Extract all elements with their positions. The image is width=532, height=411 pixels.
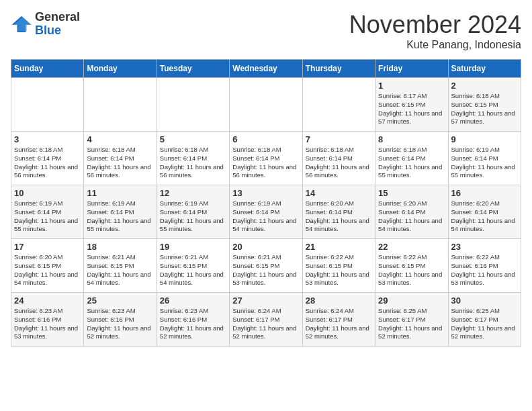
day-info: Sunrise: 6:18 AM Sunset: 6:14 PM Dayligh… (306, 146, 372, 180)
week-row-1: 3Sunrise: 6:18 AM Sunset: 6:14 PM Daylig… (11, 132, 521, 185)
day-number: 15 (378, 188, 445, 198)
calendar-cell: 14Sunrise: 6:20 AM Sunset: 6:14 PM Dayli… (302, 185, 375, 239)
day-info: Sunrise: 6:20 AM Sunset: 6:14 PM Dayligh… (378, 199, 445, 234)
day-info: Sunrise: 6:21 AM Sunset: 6:15 PM Dayligh… (232, 253, 299, 287)
day-info: Sunrise: 6:23 AM Sunset: 6:16 PM Dayligh… (160, 307, 226, 341)
day-info: Sunrise: 6:20 AM Sunset: 6:15 PM Dayligh… (14, 253, 81, 287)
col-header-tuesday: Tuesday (157, 60, 229, 78)
day-info: Sunrise: 6:21 AM Sunset: 6:15 PM Dayligh… (160, 253, 226, 287)
calendar-cell (84, 78, 157, 132)
col-header-wednesday: Wednesday (230, 60, 302, 78)
week-row-2: 10Sunrise: 6:19 AM Sunset: 6:14 PM Dayli… (11, 185, 521, 239)
calendar-cell: 5Sunrise: 6:18 AM Sunset: 6:14 PM Daylig… (157, 132, 229, 185)
day-number: 18 (87, 242, 153, 252)
logo-text: General Blue (35, 11, 80, 38)
week-row-0: 1Sunrise: 6:17 AM Sunset: 6:15 PM Daylig… (11, 78, 521, 132)
day-number: 7 (306, 134, 372, 144)
day-number: 22 (378, 242, 445, 252)
col-header-sunday: Sunday (11, 60, 84, 78)
day-info: Sunrise: 6:23 AM Sunset: 6:16 PM Dayligh… (14, 307, 81, 341)
calendar-cell: 18Sunrise: 6:21 AM Sunset: 6:15 PM Dayli… (84, 239, 157, 293)
day-number: 14 (306, 188, 372, 198)
logo-blue-text: Blue (35, 24, 61, 37)
week-row-4: 24Sunrise: 6:23 AM Sunset: 6:16 PM Dayli… (11, 293, 521, 347)
day-info: Sunrise: 6:17 AM Sunset: 6:15 PM Dayligh… (378, 92, 445, 126)
day-number: 30 (451, 295, 518, 306)
day-number: 4 (87, 134, 153, 144)
calendar-cell (302, 78, 375, 132)
calendar-cell: 29Sunrise: 6:25 AM Sunset: 6:17 PM Dayli… (375, 293, 448, 347)
col-header-thursday: Thursday (302, 60, 375, 78)
logo-icon (11, 15, 32, 34)
day-info: Sunrise: 6:25 AM Sunset: 6:17 PM Dayligh… (451, 307, 518, 341)
logo: General Blue (11, 11, 80, 38)
day-info: Sunrise: 6:18 AM Sunset: 6:15 PM Dayligh… (451, 92, 518, 126)
day-info: Sunrise: 6:18 AM Sunset: 6:14 PM Dayligh… (160, 146, 226, 180)
day-number: 28 (306, 295, 372, 306)
col-header-friday: Friday (375, 60, 448, 78)
calendar-cell: 12Sunrise: 6:19 AM Sunset: 6:14 PM Dayli… (157, 185, 229, 239)
day-number: 1 (378, 81, 445, 91)
calendar-cell (157, 78, 229, 132)
month-title: November 2024 (349, 11, 521, 39)
day-number: 16 (451, 188, 518, 198)
calendar-cell: 8Sunrise: 6:18 AM Sunset: 6:14 PM Daylig… (375, 132, 448, 185)
day-info: Sunrise: 6:18 AM Sunset: 6:14 PM Dayligh… (87, 146, 153, 180)
day-number: 13 (232, 188, 299, 198)
calendar-cell: 27Sunrise: 6:24 AM Sunset: 6:17 PM Dayli… (230, 293, 302, 347)
calendar-cell: 1Sunrise: 6:17 AM Sunset: 6:15 PM Daylig… (375, 78, 448, 132)
day-number: 10 (14, 188, 81, 198)
day-number: 20 (232, 242, 299, 252)
day-number: 8 (378, 134, 445, 144)
day-info: Sunrise: 6:18 AM Sunset: 6:14 PM Dayligh… (14, 146, 81, 180)
svg-marker-1 (14, 17, 32, 31)
day-number: 2 (451, 81, 518, 91)
day-number: 17 (14, 242, 81, 252)
day-number: 29 (378, 295, 445, 306)
calendar-cell: 10Sunrise: 6:19 AM Sunset: 6:14 PM Dayli… (11, 185, 84, 239)
day-info: Sunrise: 6:19 AM Sunset: 6:14 PM Dayligh… (87, 199, 153, 234)
title-block: November 2024 Kute Panang, Indonesia (349, 11, 521, 51)
calendar-cell: 15Sunrise: 6:20 AM Sunset: 6:14 PM Dayli… (375, 185, 448, 239)
calendar-cell: 20Sunrise: 6:21 AM Sunset: 6:15 PM Dayli… (230, 239, 302, 293)
day-info: Sunrise: 6:24 AM Sunset: 6:17 PM Dayligh… (232, 307, 299, 341)
week-row-3: 17Sunrise: 6:20 AM Sunset: 6:15 PM Dayli… (11, 239, 521, 293)
day-info: Sunrise: 6:19 AM Sunset: 6:14 PM Dayligh… (232, 199, 299, 234)
calendar-cell: 7Sunrise: 6:18 AM Sunset: 6:14 PM Daylig… (302, 132, 375, 185)
calendar-cell: 26Sunrise: 6:23 AM Sunset: 6:16 PM Dayli… (157, 293, 229, 347)
day-number: 19 (160, 242, 226, 252)
calendar-cell: 22Sunrise: 6:22 AM Sunset: 6:15 PM Dayli… (375, 239, 448, 293)
day-info: Sunrise: 6:23 AM Sunset: 6:16 PM Dayligh… (87, 307, 153, 341)
day-info: Sunrise: 6:21 AM Sunset: 6:15 PM Dayligh… (87, 253, 153, 287)
col-header-monday: Monday (84, 60, 157, 78)
day-number: 25 (87, 295, 153, 306)
calendar-cell: 25Sunrise: 6:23 AM Sunset: 6:16 PM Dayli… (84, 293, 157, 347)
day-number: 3 (14, 134, 81, 144)
day-number: 6 (232, 134, 299, 144)
day-number: 24 (14, 295, 81, 306)
day-number: 27 (232, 295, 299, 306)
day-info: Sunrise: 6:19 AM Sunset: 6:14 PM Dayligh… (451, 146, 518, 180)
calendar-cell: 30Sunrise: 6:25 AM Sunset: 6:17 PM Dayli… (448, 293, 521, 347)
calendar-cell: 6Sunrise: 6:18 AM Sunset: 6:14 PM Daylig… (230, 132, 302, 185)
logo-general-text: General (35, 10, 80, 24)
calendar-cell: 16Sunrise: 6:20 AM Sunset: 6:14 PM Dayli… (448, 185, 521, 239)
calendar-cell: 9Sunrise: 6:19 AM Sunset: 6:14 PM Daylig… (448, 132, 521, 185)
calendar-cell: 24Sunrise: 6:23 AM Sunset: 6:16 PM Dayli… (11, 293, 84, 347)
col-header-saturday: Saturday (448, 60, 521, 78)
page-header: General Blue November 2024 Kute Panang, … (11, 11, 521, 51)
calendar-cell: 17Sunrise: 6:20 AM Sunset: 6:15 PM Dayli… (11, 239, 84, 293)
calendar-cell: 28Sunrise: 6:24 AM Sunset: 6:17 PM Dayli… (302, 293, 375, 347)
day-info: Sunrise: 6:22 AM Sunset: 6:15 PM Dayligh… (306, 253, 372, 287)
calendar-cell (230, 78, 302, 132)
calendar-cell: 21Sunrise: 6:22 AM Sunset: 6:15 PM Dayli… (302, 239, 375, 293)
calendar-cell: 2Sunrise: 6:18 AM Sunset: 6:15 PM Daylig… (448, 78, 521, 132)
day-info: Sunrise: 6:20 AM Sunset: 6:14 PM Dayligh… (451, 199, 518, 234)
day-info: Sunrise: 6:24 AM Sunset: 6:17 PM Dayligh… (306, 307, 372, 341)
calendar-cell: 19Sunrise: 6:21 AM Sunset: 6:15 PM Dayli… (157, 239, 229, 293)
calendar-cell: 13Sunrise: 6:19 AM Sunset: 6:14 PM Dayli… (230, 185, 302, 239)
day-number: 5 (160, 134, 226, 144)
calendar-cell: 4Sunrise: 6:18 AM Sunset: 6:14 PM Daylig… (84, 132, 157, 185)
day-info: Sunrise: 6:20 AM Sunset: 6:14 PM Dayligh… (306, 199, 372, 234)
day-number: 26 (160, 295, 226, 306)
